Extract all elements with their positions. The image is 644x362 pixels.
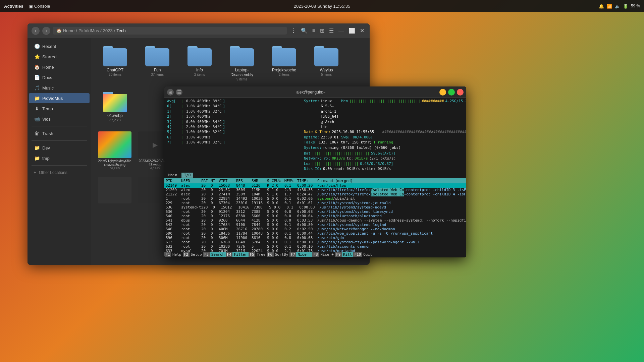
hamburger-menu-button[interactable]: ☰: [328, 27, 335, 35]
process-row[interactable]: 596root200306M119008616S0.00.80:00.08/us…: [164, 236, 466, 240]
terminal-maximize-button[interactable]: ⬜: [448, 89, 455, 96]
htop-column-header: PID USER PRI NI VIRT RES SHR S CPU% MEM%…: [164, 178, 466, 183]
sidebar-item-music[interactable]: 🎵 Music: [29, 83, 90, 93]
image-name-1: 2leix5j1gbydbxksyt3ilaxleazac8s.png: [98, 159, 131, 167]
terminal-minimize-button[interactable]: —: [439, 89, 446, 96]
process-row[interactable]: 633mysql200701M321M22024S0.02.10:01.73/u…: [164, 249, 466, 252]
add-icon: ＋: [33, 170, 37, 175]
docs-icon: 📄: [34, 75, 40, 80]
col-s: S: [267, 179, 272, 183]
folder-chatgpt-count: 20 items: [109, 73, 121, 76]
htop-tab-io[interactable]: I/O: [181, 173, 194, 178]
folder-chatgpt-name: ChatGPT: [107, 68, 123, 72]
sidebar-item-tmp[interactable]: 📁 tmp: [29, 153, 90, 163]
breadcrumb-tech[interactable]: Tech: [116, 28, 125, 33]
minimize-button[interactable]: —: [337, 27, 345, 35]
fkey-f2[interactable]: F2Setup: [183, 252, 203, 257]
maximize-button[interactable]: ⬜: [347, 27, 357, 35]
sidebar-item-docs[interactable]: 📄 Docs: [29, 72, 90, 82]
col-ni: NI: [211, 179, 219, 183]
forward-button[interactable]: ›: [42, 27, 50, 35]
sidebar-item-other-locations[interactable]: ＋ Other Locations: [28, 168, 91, 177]
htop-tab-main[interactable]: Main: [166, 173, 180, 178]
process-row[interactable]: 21222alex2002741M350M104MS1.01.70:24.47/…: [164, 192, 466, 196]
wifi-icon[interactable]: 📶: [607, 4, 612, 9]
image-item-1[interactable]: 2leix5j1gbydbxksyt3ilaxleazac8s.png 36,7…: [97, 130, 133, 171]
sidebar-label-recent: Recent: [42, 44, 56, 49]
breadcrumb-2023[interactable]: 2023: [103, 28, 113, 33]
folder-laptop-name: Laptop-Disassembly: [226, 68, 258, 77]
search-button[interactable]: 🔍: [300, 27, 309, 35]
menu-icon[interactable]: ⋮: [289, 27, 298, 35]
file-01-webp[interactable]: 01.webp 37,2 kB: [97, 89, 133, 125]
process-row[interactable]: 21209alex20023.5G360M115MS1.02.34:38.35/…: [164, 188, 466, 192]
fkey-f7[interactable]: F7Nice -: [289, 252, 312, 257]
sidebar-item-recent[interactable]: 🕐 Recent: [29, 41, 90, 51]
fkey-f4[interactable]: F4Filter: [226, 252, 249, 257]
fkey-f1[interactable]: F1Help: [164, 252, 183, 257]
fm-sidebar: 🕐 Recent ⭐ Starred 🏠 Home 📄 Docs 🎵 Music…: [28, 38, 91, 265]
fkey-f6[interactable]: F6SortBy: [267, 252, 290, 257]
sidebar-label-temp: Temp: [42, 106, 53, 111]
breadcrumb-picvidmus[interactable]: PicVidMus: [78, 28, 99, 33]
folder-fun-name: Fun: [154, 68, 161, 72]
fkey-f10[interactable]: F10Quit: [353, 252, 373, 257]
topbar-left: Activities ▣ Console: [4, 4, 50, 9]
back-button[interactable]: ‹: [32, 27, 40, 35]
sidebar-item-trash[interactable]: 🗑 Trash: [29, 128, 90, 138]
console-app[interactable]: ▣ Console: [29, 4, 50, 9]
close-button[interactable]: ✕: [359, 27, 366, 35]
fkey-f8[interactable]: F8Nice +: [312, 252, 335, 257]
terminal-menu-button[interactable]: ☰: [176, 89, 182, 96]
file-01-webp-name: 01.webp: [107, 113, 122, 118]
notification-icon[interactable]: 🔔: [599, 4, 604, 9]
process-row-highlighted[interactable]: 52149alex2001506884485120R2.00.10:00.20/…: [164, 183, 466, 188]
htop-cpu-section: Avg[|0.9% 400MHz 39°C] 0[|1.0% 400MHz 34…: [166, 99, 300, 171]
sidebar-item-starred[interactable]: ⭐ Starred: [29, 52, 90, 62]
process-row[interactable]: 546root200406M2671620780S0.00.20:02.50/u…: [164, 227, 466, 231]
folder-projektwoche-name: Projektwoche: [272, 68, 296, 72]
folder-info[interactable]: Info 2 items: [181, 44, 218, 84]
terminal-htop[interactable]: Avg[|0.9% 400MHz 39°C] 0[|1.0% 400MHz 34…: [164, 98, 466, 257]
folder-fun-count: 37 items: [151, 73, 164, 76]
terminal-new-tab-button[interactable]: ⊞: [167, 89, 174, 96]
process-row[interactable]: 540root2001217663805600S0.00.00:00.04/us…: [164, 214, 466, 218]
process-row[interactable]: 536systemd-ti20015012104167388S0.00.10:0…: [164, 205, 466, 209]
folder-info-count: 2 items: [194, 73, 205, 76]
process-row[interactable]: 541dbus200926066444128S0.00.00:03.53/usr…: [164, 218, 466, 223]
battery-icon: 🔋: [623, 4, 628, 9]
fkey-f3[interactable]: F3Search: [203, 252, 226, 257]
col-user: USER: [181, 179, 201, 183]
fm-titlebar: ‹ › 🏠 Home / PicVidMus / 2023 / Tech ⋮ 🔍…: [28, 23, 370, 38]
process-row[interactable]: 536root2009120433127388S0.00.80:00.08/us…: [164, 209, 466, 214]
sidebar-item-temp[interactable]: ⬇ Temp: [29, 104, 90, 114]
sidebar-label-docs: Docs: [42, 75, 52, 80]
image-item-7[interactable]: [97, 175, 133, 206]
folder-chatgpt[interactable]: ChatGPT 20 items: [97, 44, 133, 84]
process-row[interactable]: 1root200229841449210036S0.00.10:02.66sys…: [164, 196, 466, 201]
sidebar-item-dev[interactable]: 📁 Dev: [29, 143, 90, 153]
folder-laptop-disassembly[interactable]: Laptop-Disassembly 9 items: [223, 44, 260, 84]
fkey-f9[interactable]: F9Kill: [335, 252, 354, 257]
process-row[interactable]: 542root2001768491007844S0.00.10:00.80/us…: [164, 223, 466, 227]
process-row[interactable]: 590root200184361178410048S0.00.10:00.44/…: [164, 231, 466, 236]
folder-projektwoche[interactable]: Projektwoche 2 items: [266, 44, 303, 84]
sidebar-item-home[interactable]: 🏠 Home: [29, 62, 90, 72]
image-size-1: 36,7 kB: [110, 167, 120, 170]
process-row[interactable]: 632root2001028072765S0.00.10:00.10/usr/l…: [164, 244, 466, 249]
activities-label[interactable]: Activities: [4, 4, 23, 9]
terminal-close-button[interactable]: ✕: [457, 89, 464, 96]
col-shr: SHR: [252, 179, 267, 183]
view-options-button[interactable]: ⊞: [319, 27, 326, 35]
sidebar-item-vids[interactable]: 📹 Vids: [29, 114, 90, 124]
folder-weylus[interactable]: Weylus 5 items: [308, 44, 345, 84]
col-virt: VIRT: [219, 179, 236, 183]
fkey-f5[interactable]: F5Tree: [249, 252, 267, 257]
view-list-button[interactable]: ≡: [311, 27, 317, 35]
audio-icon[interactable]: 🔈: [615, 4, 620, 9]
sidebar-item-picvidmus[interactable]: 📁 PicVidMus: [29, 93, 90, 103]
process-row[interactable]: 229root200673042301619116S0.00.10:01.01/…: [164, 201, 466, 205]
process-row[interactable]: 613root2001676066485784S0.00.10:00.10/us…: [164, 240, 466, 244]
folder-fun[interactable]: Fun 37 items: [139, 44, 176, 84]
breadcrumb-home[interactable]: 🏠 Home: [56, 28, 74, 33]
